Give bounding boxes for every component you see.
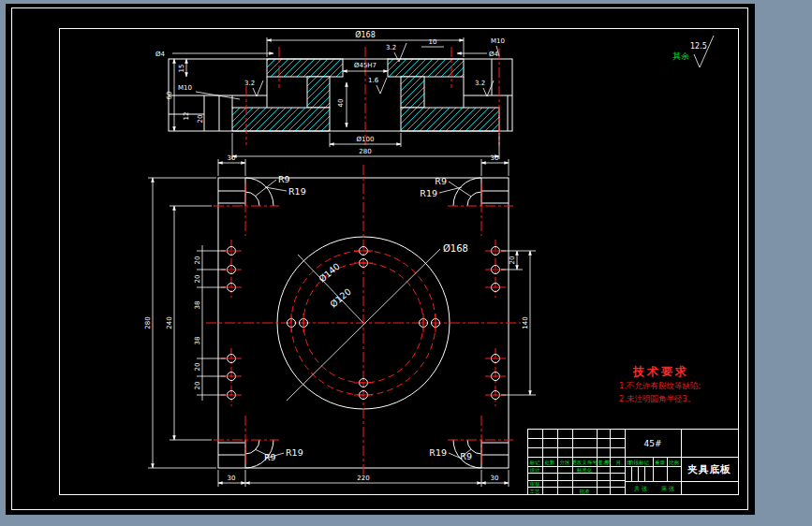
tb-design: 设计	[530, 467, 541, 473]
tb-part-name: 夹具底板	[687, 463, 731, 475]
tb-sheet-no: 第 张	[661, 485, 674, 492]
paper-frame	[6, 4, 755, 515]
label-r19: R19	[429, 447, 447, 458]
dim-30-tl: 30	[228, 154, 236, 162]
dim-140: 140	[522, 316, 529, 329]
tb-standardization: 标准化	[576, 467, 593, 474]
dim-bore: Ø45H7	[354, 62, 376, 69]
label-dia168: Ø168	[443, 243, 468, 254]
dim-sp20: 20	[194, 275, 201, 284]
dim-hole-right: Ø4	[489, 51, 499, 58]
paper-background	[6, 4, 755, 515]
hatch-base-left	[232, 108, 330, 131]
dim-12: 12	[183, 112, 190, 121]
dim-220: 220	[357, 475, 369, 482]
dim-280-section: 280	[359, 148, 371, 155]
tb-process: 工艺	[530, 489, 541, 494]
tb-material: 45#	[644, 439, 662, 448]
dim-sp38: 38	[194, 301, 201, 310]
tb-col-mark: 标记	[529, 460, 541, 466]
dim-240: 240	[166, 316, 173, 329]
dim-30-tr: 30	[491, 154, 499, 162]
dim-dia100: Ø100	[357, 136, 375, 143]
tb-col-zone: 分区	[560, 460, 571, 465]
finish-rest-label: 其余	[672, 51, 689, 61]
dim-m10-right: M10	[491, 37, 505, 45]
tb-col-docno: 更改文件号	[571, 460, 598, 465]
tech-req-title: 技术要求	[632, 365, 689, 378]
dim-40: 40	[337, 99, 345, 108]
hatch-hub-right	[401, 77, 424, 108]
label-r19: R19	[288, 186, 306, 197]
dim-sp20: 20	[194, 382, 201, 390]
dim-30-br: 30	[491, 475, 499, 482]
dim-sp20: 20	[194, 256, 201, 265]
dim-10: 10	[429, 38, 437, 46]
finish-value-label: 12.5	[690, 42, 707, 51]
label-r9: R9	[435, 176, 447, 186]
hatch-hub-left	[307, 77, 330, 108]
tech-req-item1: 1.不允许有裂纹等缺陷;	[619, 381, 701, 390]
dim-30-bl: 30	[228, 475, 236, 482]
tb-approve: 批准	[580, 489, 591, 495]
dim-sp20-right: 20	[509, 256, 516, 265]
dim-f32-right: 3.2	[475, 80, 485, 87]
dim-dia168-top: Ø168	[355, 30, 376, 39]
dim-f16-bore: 1.6	[368, 77, 379, 84]
dim-f32-left: 3.2	[244, 80, 255, 87]
dim-f32-top: 3.2	[386, 44, 396, 51]
tb-stage: 阶段标记	[628, 460, 650, 466]
tb-sheets-total: 共 张	[634, 485, 647, 492]
label-r19: R19	[286, 447, 303, 458]
dim-60: 60	[166, 92, 173, 100]
dim-hole-left: Ø4	[155, 51, 166, 58]
label-r9: R9	[460, 451, 472, 461]
tb-weight: 重量	[655, 460, 666, 465]
tb-audit: 审核	[530, 481, 541, 487]
dim-15: 15	[178, 65, 185, 73]
dim-sp20: 20	[194, 363, 201, 372]
tb-scale: 比例	[669, 460, 679, 466]
drawing-canvas[interactable]: 其余 12.5	[0, 0, 812, 526]
tb-col-count: 处数	[545, 460, 556, 466]
cad-viewer: 其余 12.5	[0, 0, 812, 526]
label-r19: R19	[420, 188, 437, 198]
label-r9: R9	[278, 174, 290, 184]
tb-col-date: 年、月、日	[605, 460, 631, 466]
dim-280-plan: 280	[144, 316, 152, 329]
hatch-flange-left	[267, 59, 343, 77]
tech-req-item2: 2.未注明圆角半径3。	[619, 394, 696, 403]
dim-sp38: 38	[194, 337, 201, 345]
hatch-base-right	[401, 108, 499, 131]
dim-20: 20	[197, 115, 204, 124]
dim-m10-left: M10	[178, 84, 192, 92]
